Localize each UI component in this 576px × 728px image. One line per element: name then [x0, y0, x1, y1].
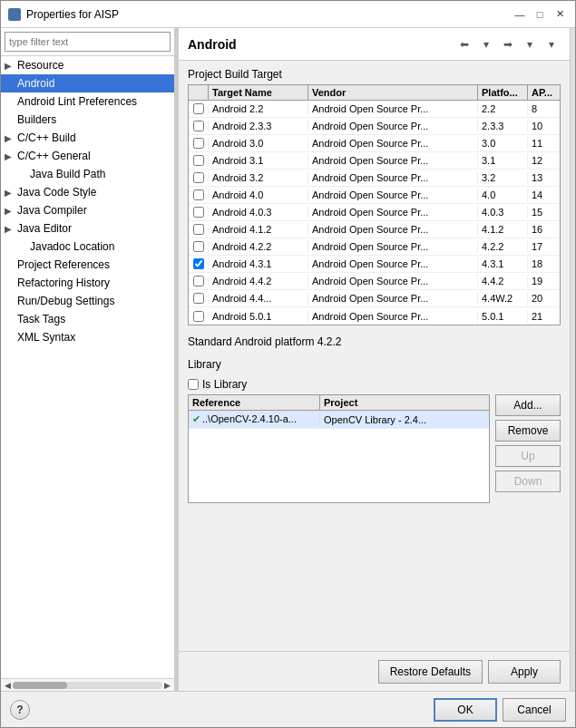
more-icon[interactable]: ▾ — [542, 35, 561, 53]
down-button[interactable]: Down — [495, 471, 561, 492]
table-row[interactable]: Android 2.2 Android Open Source Pr... 2.… — [189, 101, 560, 118]
table-header-row: Target Name Vendor Platfo... AP... — [189, 85, 560, 101]
cell-vendor-9: Android Open Source Pr... — [308, 257, 478, 270]
apply-button[interactable]: Apply — [488, 660, 561, 684]
header-vendor: Vendor — [308, 85, 478, 100]
cell-platform-9: 4.3.1 — [478, 257, 528, 270]
maximize-button[interactable]: □ — [532, 6, 548, 23]
row-checkbox-4[interactable] — [193, 172, 204, 183]
cell-target-0: Android 2.2 — [209, 102, 308, 115]
table-row[interactable]: Android 2.3.3 Android Open Source Pr... … — [189, 118, 560, 135]
table-row[interactable]: Android 4.3.1 Android Open Source Pr... … — [189, 256, 560, 273]
right-header: Android ⬅ ▾ ➡ ▾ ▾ — [179, 28, 570, 61]
up-button[interactable]: Up — [495, 445, 561, 467]
horizontal-scrollbar[interactable]: ◀ ▶ — [1, 678, 174, 691]
table-row[interactable]: Android 4.4.2 Android Open Source Pr... … — [189, 273, 560, 290]
row-checkbox-6[interactable] — [193, 207, 204, 218]
cell-target-1: Android 2.3.3 — [209, 120, 308, 132]
lib-header-ref: Reference — [189, 395, 320, 410]
tree-item-cpp-build[interactable]: ▶C/C++ Build — [1, 129, 174, 147]
cell-api-0: 8 — [528, 102, 560, 115]
cancel-button[interactable]: Cancel — [503, 698, 566, 722]
tree-item-run-debug-settings[interactable]: Run/Debug Settings — [1, 292, 174, 310]
tree-item-builders[interactable]: Builders — [1, 111, 174, 129]
add-button[interactable]: Add... — [495, 394, 561, 416]
lib-row[interactable]: ✔..\OpenCV-2.4.10-a... OpenCV Library - … — [189, 411, 489, 429]
row-checkbox-5[interactable] — [193, 189, 204, 200]
cell-api-3: 12 — [528, 154, 560, 167]
table-row[interactable]: Android 4.1.2 Android Open Source Pr... … — [189, 221, 560, 238]
bottom-bar: Restore Defaults Apply — [179, 651, 570, 691]
tree-item-java-editor[interactable]: ▶Java Editor — [1, 219, 174, 238]
tree-item-java-compiler[interactable]: ▶Java Compiler — [1, 201, 174, 219]
restore-defaults-button[interactable]: Restore Defaults — [378, 660, 483, 684]
tree-item-android[interactable]: Android — [1, 74, 174, 92]
is-library-label: Is Library — [202, 378, 247, 391]
row-checkbox-10[interactable] — [193, 276, 204, 286]
tree-item-project-references[interactable]: Project References — [1, 256, 174, 274]
row-checkbox-2[interactable] — [193, 138, 204, 149]
table-row[interactable]: Android 3.0 Android Open Source Pr... 3.… — [189, 135, 560, 152]
table-row[interactable]: Android 3.1 Android Open Source Pr... 3.… — [189, 152, 560, 170]
table-row[interactable]: Android 5.0.1 Android Open Source Pr... … — [189, 307, 560, 325]
is-library-checkbox[interactable] — [188, 379, 199, 390]
tree-label-java-compiler: Java Compiler — [17, 204, 87, 217]
tree-item-xml-syntax[interactable]: XML Syntax — [1, 328, 174, 346]
right-side-handle[interactable] — [570, 28, 575, 691]
library-table: Reference Project ✔..\OpenCV-2.4.10-a...… — [188, 394, 490, 503]
title-controls: — □ ✕ — [512, 6, 568, 23]
cell-target-8: Android 4.2.2 — [209, 240, 308, 253]
title-bar-left: Properties for AISP — [8, 8, 119, 21]
scroll-left-arrow[interactable]: ◀ — [3, 681, 13, 690]
lib-header-row: Reference Project — [189, 395, 489, 411]
minimize-button[interactable]: — — [512, 6, 528, 23]
cell-api-5: 14 — [528, 189, 560, 201]
header-target: Target Name — [209, 85, 308, 100]
row-checkbox-11[interactable] — [193, 293, 204, 304]
tree-item-cpp-general[interactable]: ▶C/C++ General — [1, 147, 174, 165]
ok-button[interactable]: OK — [434, 698, 497, 722]
tree-expand-resource: ▶ — [5, 61, 17, 71]
cell-vendor-2: Android Open Source Pr... — [308, 137, 478, 150]
nav-dropdown2-icon[interactable]: ▾ — [521, 35, 539, 53]
tree-label-project-references: Project References — [17, 258, 110, 271]
row-checkbox-12[interactable] — [193, 311, 204, 322]
cell-vendor-7: Android Open Source Pr... — [308, 223, 478, 236]
tree-item-resource[interactable]: ▶Resource — [1, 56, 174, 74]
tree-item-task-tags[interactable]: Task Tags — [1, 310, 174, 328]
bottom-actions: ? OK Cancel — [1, 691, 575, 727]
cell-target-12: Android 5.0.1 — [209, 310, 308, 323]
scroll-right-arrow[interactable]: ▶ — [162, 681, 172, 690]
row-checkbox-8[interactable] — [193, 241, 204, 252]
filter-input[interactable] — [5, 32, 171, 52]
table-row[interactable]: Android 4.0.3 Android Open Source Pr... … — [189, 204, 560, 221]
row-checkbox-9[interactable] — [193, 258, 204, 269]
table-row[interactable]: Android 4.0 Android Open Source Pr... 4.… — [189, 187, 560, 204]
tree-item-java-build-path[interactable]: Java Build Path — [1, 165, 174, 183]
remove-button[interactable]: Remove — [495, 420, 561, 442]
library-table-area: Reference Project ✔..\OpenCV-2.4.10-a...… — [188, 394, 561, 503]
right-body: Project Build Target Target Name Vendor … — [179, 61, 570, 651]
table-row[interactable]: Android 4.2.2 Android Open Source Pr... … — [189, 238, 560, 256]
tree-item-refactoring-history[interactable]: Refactoring History — [1, 274, 174, 292]
table-row[interactable]: Android 3.2 Android Open Source Pr... 3.… — [189, 170, 560, 187]
nav-dropdown-icon[interactable]: ▾ — [477, 35, 495, 53]
tree-label-xml-syntax: XML Syntax — [17, 331, 75, 344]
cell-api-10: 19 — [528, 275, 560, 287]
row-checkbox-0[interactable] — [193, 103, 204, 114]
nav-back-icon[interactable]: ⬅ — [455, 35, 473, 53]
tree-item-android-lint[interactable]: Android Lint Preferences — [1, 92, 174, 111]
tree-item-java-code-style[interactable]: ▶Java Code Style — [1, 183, 174, 201]
cell-platform-5: 4.0 — [478, 189, 528, 201]
help-button[interactable]: ? — [10, 700, 30, 720]
tree-label-refactoring-history: Refactoring History — [17, 277, 110, 289]
nav-forward-icon[interactable]: ➡ — [499, 35, 517, 53]
row-checkbox-7[interactable] — [193, 224, 204, 235]
row-checkbox-1[interactable] — [193, 121, 204, 131]
row-checkbox-3[interactable] — [193, 155, 204, 166]
table-row[interactable]: Android 4.4... Android Open Source Pr...… — [189, 290, 560, 307]
header-icons: ⬅ ▾ ➡ ▾ ▾ — [455, 35, 561, 53]
tree-item-javadoc-location[interactable]: Javadoc Location — [1, 238, 174, 256]
close-button[interactable]: ✕ — [552, 6, 568, 23]
cell-target-6: Android 4.0.3 — [209, 206, 308, 218]
